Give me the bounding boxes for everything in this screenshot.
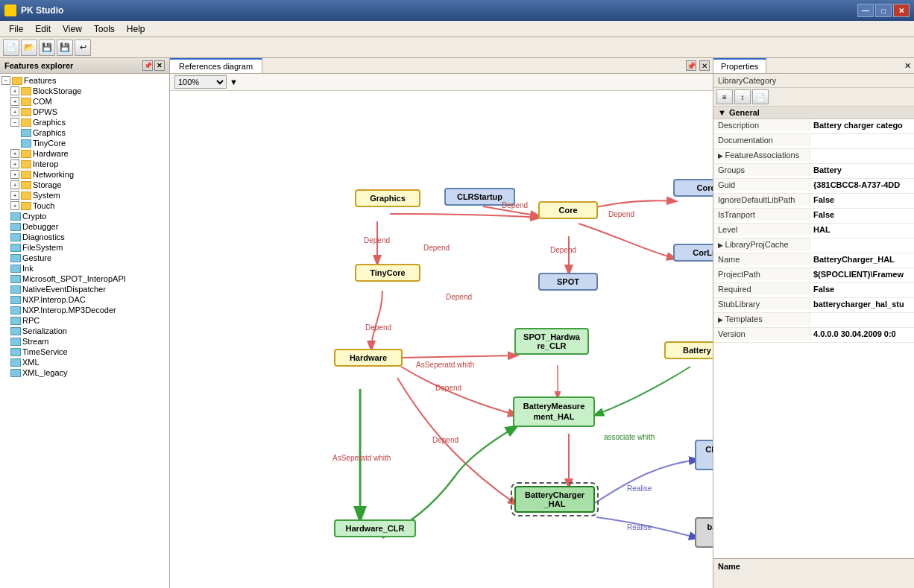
tree-item-touch[interactable]: + Touch bbox=[0, 200, 169, 211]
node-batterycharger-hal-stubs[interactable]: batterycharger_hal_stubs bbox=[695, 517, 713, 548]
node-core-right[interactable]: Core bbox=[673, 179, 713, 197]
props-pages-button[interactable]: 📄 bbox=[752, 89, 769, 104]
tree-item-graphics-folder[interactable]: − Graphics bbox=[0, 117, 169, 127]
tree-expand-net[interactable]: + bbox=[10, 170, 19, 179]
node-core-center[interactable]: Core bbox=[538, 201, 598, 219]
tree-item-rpc[interactable]: RPC bbox=[0, 315, 169, 326]
tree-item-features[interactable]: − Features bbox=[0, 75, 169, 86]
zoom-dropdown-icon: ▼ bbox=[230, 78, 238, 86]
props-content: ▼General Description Battery charger cat… bbox=[713, 107, 914, 558]
props-alpha-button[interactable]: ↕ bbox=[734, 89, 751, 104]
minimize-button[interactable]: — bbox=[857, 4, 874, 17]
node-battery-measurement[interactable]: BatteryMeasurement_HAL bbox=[513, 396, 595, 427]
tree-expand-graphics[interactable]: − bbox=[10, 118, 19, 127]
props-row-documentation: Documentation bbox=[713, 134, 914, 149]
tree-expand-touch[interactable]: + bbox=[10, 201, 19, 210]
tree-item-nxpdac[interactable]: NXP.Interop.DAC bbox=[0, 294, 169, 305]
app-title: PK Studio bbox=[21, 5, 63, 16]
item-icon bbox=[10, 223, 21, 231]
tree-item-networking[interactable]: + Networking bbox=[0, 169, 169, 180]
properties-panel: Properties ✕ LibraryCategory ≡ ↕ 📄 ▼Gene… bbox=[713, 58, 914, 588]
tree-item-msspot[interactable]: Microsoft_SPOT_InteropAPI bbox=[0, 274, 169, 284]
diagram-tab-controls: 📌 ✕ bbox=[686, 60, 713, 71]
tree-item-storage[interactable]: + Storage bbox=[0, 180, 169, 190]
diagram-close-button[interactable]: ✕ bbox=[699, 60, 710, 71]
save-all-button[interactable]: 💾 bbox=[57, 39, 73, 56]
undo-button[interactable]: ↩ bbox=[75, 39, 91, 56]
tree-item-system[interactable]: + System bbox=[0, 190, 169, 200]
node-hardware[interactable]: Hardware bbox=[334, 349, 403, 367]
node-spot-hardware-clr[interactable]: SPOT_Hardware_CLR bbox=[514, 328, 589, 355]
props-category: LibraryCategory bbox=[713, 74, 914, 88]
tree-item-nativeevent[interactable]: NativeEventDispatcher bbox=[0, 284, 169, 294]
panel-pin-button[interactable]: 📌 bbox=[142, 60, 153, 71]
props-row-level: Level HAL bbox=[713, 224, 914, 238]
save-button[interactable]: 💾 bbox=[39, 39, 55, 56]
tree-item-gesture[interactable]: Gesture bbox=[0, 253, 169, 263]
node-corlib[interactable]: CorLib bbox=[673, 244, 713, 262]
tree-item-debugger[interactable]: Debugger bbox=[0, 221, 169, 232]
maximize-button[interactable]: □ bbox=[875, 4, 892, 17]
diagram-canvas[interactable]: Graphics CLRStartup Core Core CorLib Tin… bbox=[170, 91, 713, 588]
tree-item-xml[interactable]: XML bbox=[0, 357, 169, 367]
tree-item-interop[interactable]: + Interop bbox=[0, 159, 169, 169]
tree-item-hardware[interactable]: + Hardware bbox=[0, 148, 169, 159]
close-button[interactable]: ✕ bbox=[893, 4, 910, 17]
tree-item-xml-legacy[interactable]: XML_legacy bbox=[0, 367, 169, 378]
tree-expand-features[interactable]: − bbox=[1, 76, 10, 85]
node-spot[interactable]: SPOT bbox=[538, 273, 598, 291]
tree-item-diagnostics[interactable]: Diagnostics bbox=[0, 232, 169, 242]
tree-expand-bs[interactable]: + bbox=[10, 86, 19, 95]
menu-help[interactable]: Help bbox=[121, 22, 151, 36]
props-row-featureassociations[interactable]: FeatureAssociations bbox=[713, 149, 914, 164]
tree-item-blockstorage[interactable]: + BlockStorage bbox=[0, 86, 169, 96]
tree-item-serialization[interactable]: Serialization bbox=[0, 326, 169, 336]
folder-icon bbox=[12, 77, 22, 85]
zoom-select[interactable]: 100% 75% 50% 150% bbox=[174, 75, 227, 89]
tree-expand-storage[interactable]: + bbox=[10, 180, 19, 189]
tree-expand-dpws[interactable]: + bbox=[10, 107, 19, 116]
tree-item-filesystem[interactable]: FileSystem bbox=[0, 242, 169, 253]
node-tinycore[interactable]: TinyCore bbox=[355, 264, 420, 282]
tree-expand-interop[interactable]: + bbox=[10, 159, 19, 168]
tree-item-ink[interactable]: Ink bbox=[0, 263, 169, 274]
tree-item-crypto[interactable]: Crypto bbox=[0, 211, 169, 221]
folder-icon bbox=[21, 108, 31, 116]
tree-item-com[interactable]: + COM bbox=[0, 96, 169, 107]
tree-item-timeservice[interactable]: TimeService bbox=[0, 347, 169, 357]
tree-expand-com[interactable]: + bbox=[10, 97, 19, 106]
tree-expand-sys[interactable]: + bbox=[10, 191, 19, 200]
label-depend-2: Depend bbox=[423, 244, 450, 252]
tree-expand-hw[interactable]: + bbox=[10, 149, 19, 158]
tree-item-stream[interactable]: Stream bbox=[0, 336, 169, 347]
diagram-pin-button[interactable]: 📌 bbox=[686, 60, 696, 71]
folder-icon bbox=[21, 181, 31, 189]
menu-edit[interactable]: Edit bbox=[29, 22, 57, 36]
open-button[interactable]: 📂 bbox=[21, 39, 37, 56]
props-tab-properties[interactable]: Properties bbox=[713, 58, 766, 73]
tree-item-tinycore[interactable]: TinyCore bbox=[0, 138, 169, 148]
panel-close-button[interactable]: ✕ bbox=[154, 60, 165, 71]
folder-icon bbox=[21, 192, 31, 200]
node-charger-dualstatus[interactable]: Charger_DualStatus bbox=[695, 440, 713, 470]
menu-tools[interactable]: Tools bbox=[88, 22, 121, 36]
props-row-ignoredefaultlibpath: IgnoreDefaultLibPath False bbox=[713, 194, 914, 209]
menu-view[interactable]: View bbox=[57, 22, 88, 36]
node-hardware-clr[interactable]: Hardware_CLR bbox=[334, 519, 416, 537]
item-icon bbox=[10, 244, 21, 252]
node-battery-charger-hal[interactable]: BatteryCharger_HAL bbox=[514, 486, 595, 513]
props-row-libraryprojcache[interactable]: LibraryProjCache bbox=[713, 238, 914, 253]
folder-icon bbox=[21, 150, 31, 158]
props-row-templates[interactable]: Templates bbox=[713, 313, 914, 328]
tree-item-nxpmp3[interactable]: NXP.Interop.MP3Decoder bbox=[0, 305, 169, 315]
node-graphics[interactable]: Graphics bbox=[355, 189, 420, 207]
tree-item-graphics-item[interactable]: Graphics bbox=[0, 127, 169, 138]
tree-item-dpws[interactable]: + DPWS bbox=[0, 107, 169, 117]
new-button[interactable]: 📄 bbox=[3, 39, 19, 56]
diagram-tab-references[interactable]: References diagram bbox=[170, 58, 262, 73]
props-categorized-button[interactable]: ≡ bbox=[716, 89, 733, 104]
props-close-button[interactable]: ✕ bbox=[904, 61, 914, 71]
node-battery[interactable]: Battery bbox=[664, 341, 713, 359]
props-section-general: ▼General bbox=[713, 107, 914, 119]
menu-file[interactable]: File bbox=[3, 22, 29, 36]
